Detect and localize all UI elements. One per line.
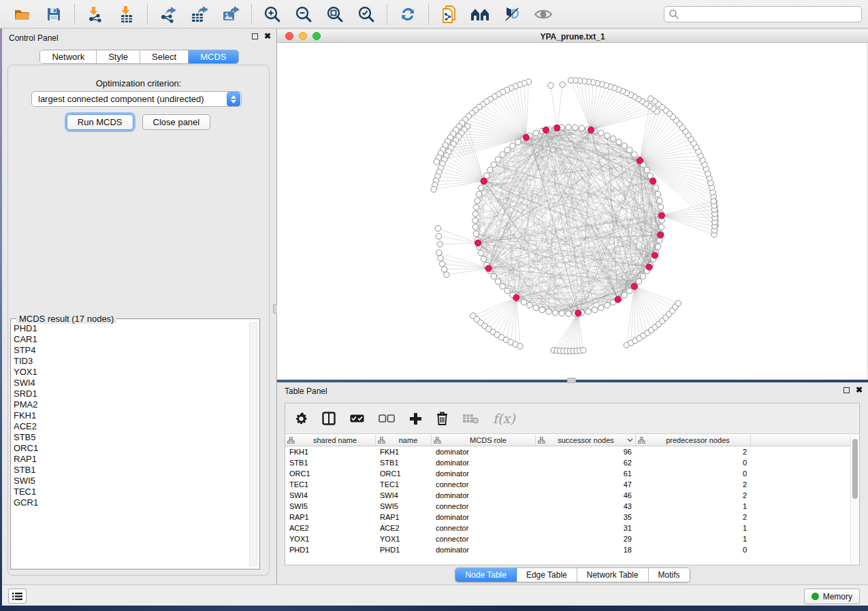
graphics-details-icon[interactable] [502,4,522,24]
table-body: FKH1FKH1dominator962STB1STB1dominator620… [285,446,850,555]
cell-predecessor-nodes: 2 [636,480,751,489]
table-settings-gear-icon[interactable] [295,412,308,425]
cell-MCDS-role: dominator [432,469,536,478]
cell-successor-nodes: 29 [536,535,636,543]
mcds-result-item[interactable]: RAP1 [14,454,248,465]
table-scrollbar[interactable] [850,435,859,565]
mcds-result-item[interactable]: STB1 [14,465,248,476]
network-graph [277,43,867,380]
eye-icon[interactable] [533,4,553,24]
select-all-rows-icon[interactable] [350,414,364,423]
table-row-TEC1[interactable]: TEC1TEC1connector472 [285,479,850,490]
zoom-fit-icon[interactable] [325,4,345,24]
column-header-name[interactable]: name [376,435,432,446]
mcds-result-item[interactable]: CAR1 [14,334,248,345]
cell-successor-nodes: 31 [536,524,636,532]
import-network-icon[interactable] [85,4,106,24]
zoom-in-icon[interactable] [262,4,283,24]
column-header-filler [751,435,850,446]
search-icon [669,9,679,20]
network-titlebar[interactable]: YPA_prune.txt_1 [277,30,868,43]
memory-button[interactable]: Memory [804,589,860,604]
mcds-result-item[interactable]: TID3 [14,356,248,367]
delete-column-trash-icon[interactable] [436,412,448,425]
toolbar-separator [147,4,148,24]
float-panel-icon[interactable] [252,33,258,39]
column-header-shared-name[interactable]: shared name [285,435,376,446]
cell-MCDS-role: dominator [432,513,536,521]
mcds-result-item[interactable]: SWI5 [14,476,248,486]
table-row-FKH1[interactable]: FKH1FKH1dominator962 [285,446,850,457]
close-table-panel-icon[interactable]: ✖ [856,387,863,393]
column-header-MCDS-role[interactable]: MCDS role [432,435,536,446]
mcds-result-item[interactable]: PHD1 [14,323,248,334]
search-box[interactable] [664,6,862,22]
export-table-icon[interactable] [189,4,210,24]
export-network-icon[interactable] [158,4,178,24]
table-row-YOX1[interactable]: YOX1YOX1connector291 [285,533,850,544]
clone-network-icon[interactable] [439,4,460,24]
close-panel-button[interactable]: Close panel [142,114,211,130]
table-row-ACE2[interactable]: ACE2ACE2connector311 [285,523,850,533]
float-table-panel-icon[interactable] [843,387,850,393]
mcds-result-list[interactable]: PHD1CAR1STP4TID3YOX1SWI4SRD1PMA2FKH1ACE2… [14,323,248,566]
cell-MCDS-role: dominator [432,546,536,554]
mcds-result-item[interactable]: SRD1 [14,389,248,399]
optimization-criterion-select[interactable]: largest connected component (undirected) [31,91,242,107]
cell-predecessor-nodes: 2 [636,448,751,456]
task-history-button[interactable] [8,589,27,604]
table-row-STB1[interactable]: STB1STB1dominator620 [285,457,850,468]
column-header-predecessor-nodes[interactable]: predecessor nodes [636,435,751,446]
deselect-all-rows-icon[interactable] [379,414,395,423]
tab-node-table[interactable]: Node Table [455,568,517,582]
save-icon[interactable] [44,4,64,24]
mcds-result-item[interactable]: TEC1 [14,486,248,497]
tab-select[interactable]: Select [140,50,189,63]
run-mcds-button[interactable]: Run MCDS [67,114,133,130]
table-row-SWI4[interactable]: SWI4SWI4dominator462 [285,490,850,501]
tab-network[interactable]: Network [40,50,97,63]
cell-shared-name: PHD1 [285,546,376,554]
mcds-result-item[interactable]: STP4 [14,345,248,356]
mcds-result-item[interactable]: SWI4 [14,378,248,389]
mcds-result-item[interactable]: GCR1 [14,497,248,508]
tab-motifs[interactable]: Motifs [649,568,690,582]
close-panel-icon[interactable]: ✖ [264,33,271,39]
result-scrollbar[interactable] [249,323,257,566]
tab-edge-table[interactable]: Edge Table [517,568,577,582]
network-view-canvas[interactable] [277,43,867,380]
mcds-result-item[interactable]: FKH1 [14,410,248,421]
cell-shared-name: FKH1 [285,448,376,456]
cell-predecessor-nodes: 0 [636,469,751,478]
mcds-node [637,157,643,163]
network-overview-icon[interactable] [470,4,491,24]
table-row-PHD1[interactable]: PHD1PHD1dominator180 [285,544,850,555]
export-image-icon[interactable] [221,4,241,24]
horizontal-splitter-handle[interactable] [567,378,576,383]
show-columns-icon[interactable] [322,412,336,425]
mcds-result-item[interactable]: YOX1 [14,367,248,378]
table-row-RAP1[interactable]: RAP1RAP1dominator352 [285,512,850,523]
zoom-out-icon[interactable] [293,4,314,24]
column-header-successor-nodes[interactable]: successor nodes [536,435,636,446]
tab-style[interactable]: Style [97,50,140,63]
mcds-result-item[interactable]: ORC1 [14,443,248,454]
open-file-icon[interactable] [12,4,33,24]
mcds-result-item[interactable]: PMA2 [14,399,248,410]
memory-label: Memory [823,592,852,601]
table-row-ORC1[interactable]: ORC1ORC1dominator610 [285,468,850,479]
table-row-SWI5[interactable]: SWI5SWI5connector431 [285,501,850,512]
table-scrollbar-thumb[interactable] [852,439,858,499]
selected-criterion: largest connected component (undirected) [32,94,227,104]
cell-MCDS-role: dominator [432,448,536,456]
tab-network-table[interactable]: Network Table [577,568,649,582]
create-column-plus-icon[interactable] [409,412,422,425]
mcds-result-item[interactable]: ACE2 [14,421,248,432]
cell-shared-name: SWI5 [285,502,376,510]
tab-mcds[interactable]: MCDS [189,50,238,63]
zoom-selected-icon[interactable] [356,4,376,24]
refresh-icon[interactable] [398,4,418,24]
import-table-icon[interactable] [116,4,137,24]
search-input[interactable] [679,10,861,19]
mcds-result-item[interactable]: STB5 [14,432,248,443]
